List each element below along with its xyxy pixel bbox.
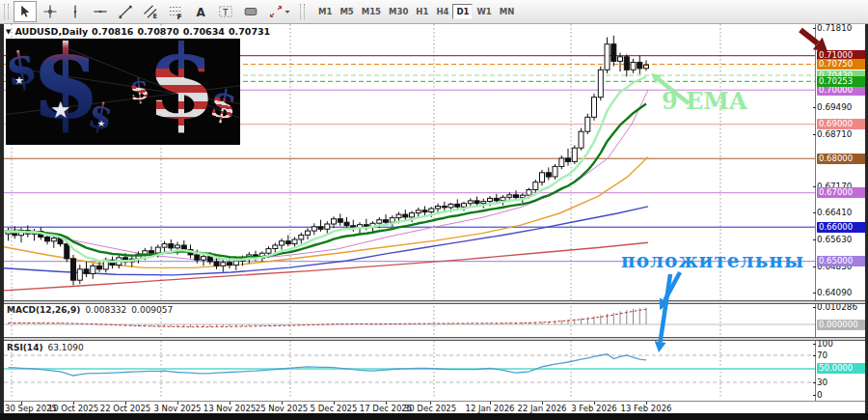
timeframe-m5-button[interactable]: M5 — [336, 4, 357, 19]
arrows-tool[interactable] — [264, 1, 295, 22]
candle-body — [410, 213, 415, 217]
candle-body — [273, 245, 278, 249]
candle-body — [488, 198, 493, 201]
price-badge: 0.000000 — [817, 320, 867, 330]
panel-divider[interactable] — [4, 300, 865, 304]
svg-text:E: E — [153, 13, 157, 19]
axis-tick-label: 0.71810 — [817, 23, 867, 34]
candle-body — [233, 261, 238, 265]
macd-label: MACD(12,26,9) 0.008332 0.009057 — [7, 305, 173, 315]
candle-body — [611, 44, 616, 62]
candle-body — [416, 210, 420, 213]
trendline-tool[interactable] — [114, 1, 137, 22]
svg-text:T: T — [222, 8, 229, 17]
candle-body — [403, 214, 408, 217]
candle-body — [422, 210, 427, 212]
candle-body — [618, 57, 623, 62]
timeframe-mn-button[interactable]: MN — [496, 4, 519, 19]
candle-body — [390, 218, 394, 223]
symbol-ohlc-bar: ▼ AUDUSD,Daily 0.70816 0.70870 0.70634 0… — [6, 26, 270, 37]
svg-text:F: F — [177, 13, 182, 20]
candle-body — [169, 244, 174, 248]
candle-body — [527, 190, 531, 196]
toolbar-drag-handle[interactable] — [4, 4, 9, 19]
axis-tick-label: 30 — [817, 378, 867, 388]
timeframe-bar: M1M5M15M30H1H4D1W1MN — [314, 4, 518, 19]
candle-body — [475, 201, 479, 204]
shapes-tool[interactable] — [239, 1, 262, 22]
candle-body — [585, 117, 590, 131]
star-icon: ★ — [50, 98, 71, 122]
symbol-title: AUDUSD,Daily — [14, 26, 88, 37]
crosshair-tool[interactable] — [39, 1, 62, 22]
candle-body — [71, 259, 76, 280]
label-icon: T — [218, 4, 233, 19]
chevron-down-icon[interactable]: ▼ — [6, 27, 11, 37]
candle-body — [559, 158, 564, 167]
time-axis: 30 Sep 202510 Oct 202522 Oct 20253 Nov 2… — [4, 401, 865, 414]
timeframe-h1-button[interactable]: H1 — [412, 4, 432, 19]
cursor-tool[interactable] — [14, 1, 37, 22]
candle-body — [338, 219, 342, 223]
candle-body — [572, 148, 577, 161]
time-axis-label: 13 Nov 2025 — [203, 404, 256, 413]
ema-annotation-text[interactable]: 9 EMA — [662, 87, 747, 115]
axis-tick-label: 0.66410 — [817, 208, 867, 218]
timeframe-h4-button[interactable]: H4 — [432, 4, 452, 19]
candle-body — [540, 173, 545, 182]
candle-body — [77, 269, 82, 280]
macd-name: MACD(12,26,9) — [7, 305, 80, 315]
candle-body — [91, 266, 95, 273]
time-axis-label: 3 Feb 2026 — [571, 404, 617, 413]
label-tool[interactable]: T — [214, 1, 237, 22]
candle-body — [176, 245, 180, 248]
candle-body — [207, 257, 212, 262]
close-value: 0.70731 — [229, 26, 270, 37]
timeframe-d1-button[interactable]: D1 — [452, 4, 473, 19]
low-value: 0.70634 — [183, 26, 225, 37]
candle-body — [598, 70, 603, 97]
price-badge: 0.68000 — [817, 154, 867, 164]
candle-body — [579, 131, 583, 148]
rsi-line — [9, 354, 647, 376]
rsi-panel — [4, 354, 815, 382]
timeframe-m15-button[interactable]: M15 — [358, 4, 385, 19]
candle-body — [455, 204, 460, 207]
candle-body — [318, 227, 323, 230]
equidistant-channel-tool[interactable]: E — [139, 1, 162, 22]
candle-body — [228, 263, 232, 266]
horizontal-line-tool[interactable] — [89, 1, 112, 22]
candle-body — [332, 219, 337, 224]
price-axis: 0.718100.694900.687100.671700.664100.656… — [817, 0, 867, 420]
fibonacci-tool[interactable]: F — [164, 1, 187, 22]
candle-body — [143, 251, 148, 255]
text-icon: A — [193, 4, 208, 19]
trend-annotation-text[interactable]: положительны — [621, 249, 804, 272]
rsi-label: RSI(14) 63.1090 — [7, 343, 84, 352]
timeframe-drag-handle[interactable] — [300, 4, 305, 19]
timeframe-m1-button[interactable]: M1 — [314, 4, 336, 19]
mt4-chart-window: EFAT M1M5M15M30H1H4D1W1MN ▼ AUDUSD,Daily… — [0, 0, 868, 420]
svg-text:A: A — [197, 6, 206, 19]
equidistant-channel-icon: E — [143, 4, 158, 19]
text-tool[interactable]: A — [189, 1, 212, 22]
panel-divider[interactable] — [4, 337, 865, 341]
timeframe-w1-button[interactable]: W1 — [473, 4, 495, 19]
candle-body — [631, 63, 636, 70]
axis-tick-label: 70 — [817, 350, 867, 361]
axis-tick-label: 0 — [817, 390, 867, 401]
candle-body — [325, 224, 330, 229]
candle-body — [605, 44, 610, 70]
candle-body — [51, 238, 56, 241]
vertical-line-tool[interactable] — [64, 1, 87, 22]
time-axis-label: 22 Oct 2025 — [100, 404, 151, 413]
candle-body — [481, 202, 486, 204]
fibonacci-icon: F — [168, 4, 183, 19]
candle-body — [306, 231, 311, 235]
candle-body — [377, 220, 382, 224]
timeframe-m30-button[interactable]: M30 — [385, 4, 412, 19]
cursor-icon — [17, 4, 33, 19]
candle-body — [566, 158, 571, 162]
candle-body — [507, 195, 512, 198]
candle-body — [396, 214, 401, 218]
